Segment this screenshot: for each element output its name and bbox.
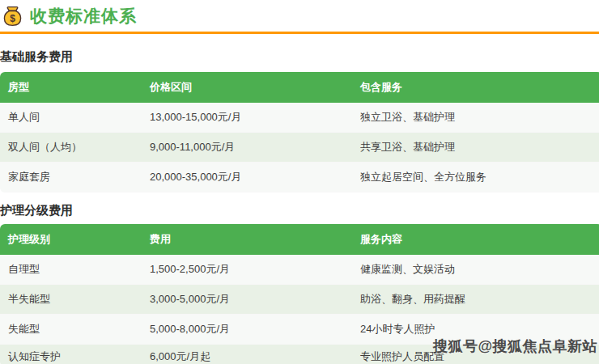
page-title: 收费标准体系 [30,6,137,26]
cell-care-level: 认知症专护 [0,345,142,364]
cell-care-level: 自理型 [0,255,142,285]
cell-fee: 6,000元/月起 [142,345,352,364]
cell-room-type: 家庭套房 [0,163,142,193]
cell-included-services: 独立卫浴、基础护理 [352,103,599,133]
table-header-row: 护理级别 费用 服务内容 [0,224,599,255]
table-row-single-room: 单人间 13,000-15,000元/月 独立卫浴、基础护理 [0,103,599,133]
sohu-watermark: 搜狐号@搜狐焦点阜新站 [433,336,597,356]
orange-divider [0,32,599,34]
cell-fee: 3,000-5,000元/月 [142,285,352,315]
cell-price-range: 13,000-15,000元/月 [142,103,352,133]
page-header: $ 收费标准体系 [0,0,599,27]
column-header-included-services: 包含服务 [352,72,599,103]
article-page: $ 收费标准体系 基础服务费用 房型 价格区间 包含服务 单人间 [0,0,599,364]
cell-room-type: 单人间 [0,103,142,133]
basic-fees-table: 房型 价格区间 包含服务 单人间 13,000-15,000元/月 独立卫浴、基… [0,72,599,193]
table-header-row: 房型 价格区间 包含服务 [0,72,599,103]
cell-service-content: 助浴、翻身、用药提醒 [352,285,599,315]
cell-included-services: 独立起居空间、全方位服务 [352,163,599,193]
column-header-service-content: 服务内容 [352,224,599,255]
cell-fee: 5,000-8,000元/月 [142,315,352,345]
table-row-self-care: 自理型 1,500-2,500元/月 健康监测、文娱活动 [0,255,599,285]
column-header-price-range: 价格区间 [142,72,352,103]
cell-room-type: 双人间（人均） [0,133,142,163]
section-basic-service-fees: 基础服务费用 房型 价格区间 包含服务 单人间 13,000-15,000元/月… [0,49,599,193]
table-row-semi-disabled: 半失能型 3,000-5,000元/月 助浴、翻身、用药提醒 [0,285,599,315]
cell-care-level: 失能型 [0,315,142,345]
cell-price-range: 20,000-35,000元/月 [142,163,352,193]
cell-service-content: 健康监测、文娱活动 [352,255,599,285]
table-row-family-suite: 家庭套房 20,000-35,000元/月 独立起居空间、全方位服务 [0,163,599,193]
basic-fees-table-wrap: 房型 价格区间 包含服务 单人间 13,000-15,000元/月 独立卫浴、基… [0,72,599,193]
svg-text:$: $ [10,13,15,24]
column-header-room-type: 房型 [0,72,142,103]
column-header-care-level: 护理级别 [0,224,142,255]
section-heading-nursing-fees: 护理分级费用 [0,203,599,218]
cell-fee: 1,500-2,500元/月 [142,255,352,285]
cell-price-range: 9,000-11,000元/月 [142,133,352,163]
table-row-double-room: 双人间（人均） 9,000-11,000元/月 共享卫浴、基础护理 [0,133,599,163]
cell-included-services: 共享卫浴、基础护理 [352,133,599,163]
cell-care-level: 半失能型 [0,285,142,315]
section-heading-basic-fees: 基础服务费用 [0,49,599,64]
column-header-fee: 费用 [142,224,352,255]
money-bag-icon: $ [2,6,23,27]
